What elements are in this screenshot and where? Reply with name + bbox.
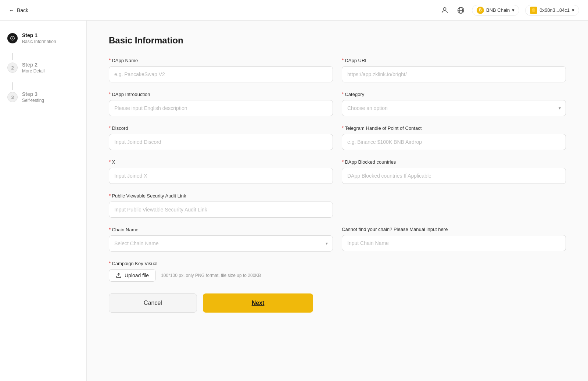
manual-chain-group: Cannot find your chain? Please Manual in…	[342, 227, 566, 252]
dapp-intro-group: * DApp Introduction	[109, 91, 333, 116]
required-mark: *	[342, 57, 344, 63]
row-dapp-name-url: * DApp Name * DApp URL	[109, 57, 566, 82]
required-mark: *	[109, 260, 111, 266]
svg-point-0	[443, 7, 446, 10]
dapp-intro-input[interactable]	[109, 100, 333, 116]
required-mark: *	[109, 227, 111, 232]
wallet-icon: 🟡	[530, 7, 537, 14]
wallet-button[interactable]: 🟡 0x68n3...84c1 ▾	[525, 5, 579, 16]
chain-name-label: BNB Chain	[486, 7, 510, 13]
step-1-circle	[7, 33, 18, 43]
dapp-name-input[interactable]	[109, 66, 333, 82]
form-actions: Cancel Next	[109, 293, 566, 313]
x-label: * X	[109, 159, 333, 165]
navbar-right: B BNB Chain ▾ 🟡 0x68n3...84c1 ▾	[440, 5, 579, 16]
step-2-info: Step 2 More Detail	[22, 62, 44, 74]
step-2-circle: 2	[7, 63, 18, 73]
category-select-wrapper: Choose an option	[342, 100, 566, 116]
upload-btn-label: Upload file	[125, 273, 149, 278]
step-3-item: 3 Step 3 Self-testing	[7, 91, 79, 103]
discord-label: * Discord	[109, 125, 333, 131]
required-mark: *	[109, 193, 111, 199]
bnb-chain-icon: B	[477, 7, 484, 14]
manual-chain-label: Cannot find your chain? Please Manual in…	[342, 227, 566, 232]
security-audit-group: * Public Viewable Security Audit Link	[109, 193, 333, 218]
step-3-title: Step 3	[22, 91, 44, 97]
dapp-intro-label: * DApp Introduction	[109, 91, 333, 97]
telegram-input[interactable]	[342, 134, 566, 150]
campaign-key-visual-label: * Campaign Key Visual	[109, 260, 566, 266]
back-label: Back	[17, 7, 28, 13]
dapp-url-input[interactable]	[342, 66, 566, 82]
required-mark: *	[342, 125, 344, 131]
chain-name-select-wrapper: Select Chain Name	[109, 235, 333, 252]
blocked-countries-input[interactable]	[342, 168, 566, 184]
dapp-name-group: * DApp Name	[109, 57, 333, 82]
telegram-label: * Telegram Handle of Point of Contact	[342, 125, 566, 131]
step-3-subtitle: Self-testing	[22, 98, 44, 103]
x-input[interactable]	[109, 168, 333, 184]
upload-file-button[interactable]: Upload file	[109, 269, 156, 282]
x-group: * X	[109, 159, 333, 184]
step-1-subtitle: Basic Information	[22, 39, 56, 44]
security-audit-label: * Public Viewable Security Audit Link	[109, 193, 333, 199]
required-mark: *	[109, 91, 111, 97]
step-connector-1	[12, 53, 13, 60]
page-title: Basic Information	[109, 35, 566, 46]
row-chain-name: * Chain Name Select Chain Name Cannot fi…	[109, 227, 566, 252]
blocked-countries-label: * DApp Blocked countries	[342, 159, 566, 165]
step-3-info: Step 3 Self-testing	[22, 91, 44, 103]
wallet-address: 0x68n3...84c1	[539, 7, 570, 13]
step-connector-2	[12, 82, 13, 90]
next-button[interactable]: Next	[203, 293, 313, 313]
row-discord-telegram: * Discord * Telegram Handle of Point of …	[109, 125, 566, 150]
security-audit-input[interactable]	[109, 202, 333, 218]
category-group: * Category Choose an option	[342, 91, 566, 116]
row-intro-category: * DApp Introduction * Category Choose an…	[109, 91, 566, 116]
step-2-item: 2 Step 2 More Detail	[7, 62, 79, 74]
upload-icon	[116, 273, 122, 278]
step-3-circle: 3	[7, 92, 18, 102]
manual-chain-input[interactable]	[342, 235, 566, 251]
required-mark: *	[109, 57, 111, 63]
discord-input[interactable]	[109, 134, 333, 150]
cancel-button[interactable]: Cancel	[109, 293, 197, 313]
campaign-key-visual-group: * Campaign Key Visual Upload file 100*10…	[109, 260, 566, 282]
dapp-url-label: * DApp URL	[342, 57, 566, 63]
wallet-chevron-icon: ▾	[572, 7, 574, 13]
chain-selector[interactable]: B BNB Chain ▾	[472, 5, 519, 16]
row-security-audit: * Public Viewable Security Audit Link	[109, 193, 566, 218]
discord-group: * Discord	[109, 125, 333, 150]
row-x-blocked: * X * DApp Blocked countries	[109, 159, 566, 184]
chain-name-label: * Chain Name	[109, 227, 333, 232]
step-1-title: Step 1	[22, 32, 56, 38]
row-campaign-key-visual: * Campaign Key Visual Upload file 100*10…	[109, 260, 566, 282]
globe-icon[interactable]	[456, 5, 466, 15]
category-label: * Category	[342, 91, 566, 97]
chain-chevron-icon: ▾	[512, 7, 514, 13]
navbar: ← Back B BNB Chain ▾ 🟡 0x68n3...84c1 ▾	[0, 0, 588, 21]
step-1-item: Step 1 Basic Information	[7, 32, 79, 44]
telegram-group: * Telegram Handle of Point of Contact	[342, 125, 566, 150]
chain-name-group: * Chain Name Select Chain Name	[109, 227, 333, 252]
required-mark: *	[109, 125, 111, 131]
dapp-name-label: * DApp Name	[109, 57, 333, 63]
category-select[interactable]: Choose an option	[342, 100, 566, 116]
step-2-title: Step 2	[22, 62, 44, 68]
user-icon[interactable]	[440, 5, 450, 15]
required-mark: *	[342, 91, 344, 97]
upload-hint: 100*100 px, only PNG format, file size u…	[161, 273, 261, 278]
required-mark: *	[109, 159, 111, 165]
back-button[interactable]: ← Back	[9, 7, 28, 13]
required-mark: *	[342, 159, 344, 165]
main-content: Basic Information * DApp Name * DApp URL	[87, 21, 588, 381]
blocked-countries-group: * DApp Blocked countries	[342, 159, 566, 184]
sidebar: Step 1 Basic Information 2 Step 2 More D…	[0, 21, 87, 381]
back-arrow-icon: ←	[9, 7, 14, 13]
step-1-info: Step 1 Basic Information	[22, 32, 56, 44]
step-2-subtitle: More Detail	[22, 68, 44, 74]
dapp-url-group: * DApp URL	[342, 57, 566, 82]
chain-name-select[interactable]: Select Chain Name	[109, 235, 333, 252]
page-container: Step 1 Basic Information 2 Step 2 More D…	[0, 21, 588, 381]
